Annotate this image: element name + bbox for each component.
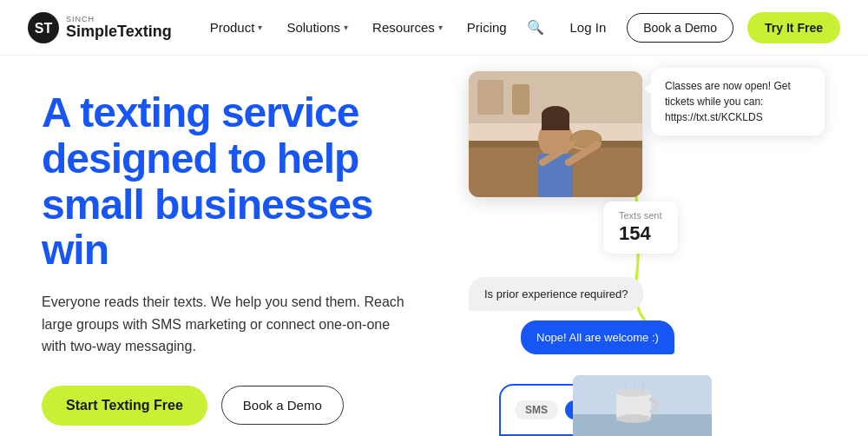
svg-rect-16: [542, 113, 569, 130]
logo-icon: ST: [28, 12, 59, 43]
svg-point-21: [616, 414, 651, 423]
texts-sent-label: Texts sent: [619, 210, 662, 221]
nav-links: Product ▾ Solutions ▾ Resources ▾ Pricin…: [200, 13, 522, 42]
book-demo-nav-button[interactable]: Book a Demo: [627, 13, 733, 43]
hero-subtitle: Everyone reads their texts. We help you …: [42, 291, 417, 358]
texts-sent-card: Texts sent 154: [603, 201, 678, 254]
chevron-down-icon: ▾: [344, 23, 348, 32]
nav-product[interactable]: Product ▾: [200, 13, 273, 42]
nav-right: 🔍 Log In Book a Demo Try It Free: [522, 12, 840, 43]
svg-text:ST: ST: [35, 21, 53, 36]
bottom-photo-card: [573, 375, 712, 436]
svg-rect-5: [512, 84, 529, 115]
navigation: ST sinch SimpleTexting Product ▾ Solutio…: [0, 0, 868, 56]
search-icon: 🔍: [527, 20, 544, 35]
texts-sent-count: 154: [619, 222, 662, 245]
hero-illustration: Classes are now open! Get tickets while …: [451, 56, 868, 436]
nav-resources[interactable]: Resources ▾: [362, 13, 453, 42]
nav-solutions[interactable]: Solutions ▾: [276, 13, 358, 42]
try-free-button[interactable]: Try It Free: [747, 12, 840, 43]
hero-left: A texting service designed to help small…: [0, 56, 451, 436]
photo-image: [469, 71, 642, 197]
bottom-photo-image: [573, 375, 712, 436]
search-button[interactable]: 🔍: [522, 14, 549, 41]
logo-name-label: SimpleTexting: [66, 23, 172, 39]
sms-tab[interactable]: SMS: [515, 400, 558, 419]
start-texting-button[interactable]: Start Texting Free: [42, 386, 207, 426]
sms-message-bubble: Classes are now open! Get tickets while …: [651, 68, 825, 135]
svg-rect-4: [477, 80, 503, 115]
book-demo-hero-button[interactable]: Book a Demo: [221, 386, 344, 425]
chevron-down-icon: ▾: [438, 23, 443, 32]
hero-cta: Start Texting Free Book a Demo: [42, 386, 417, 426]
login-button[interactable]: Log In: [563, 15, 614, 40]
hero-title: A texting service designed to help small…: [42, 90, 417, 274]
pottery-illustration: [469, 71, 642, 197]
nav-pricing[interactable]: Pricing: [457, 13, 517, 42]
photo-card: [469, 71, 642, 197]
logo[interactable]: ST sinch SimpleTexting: [28, 12, 172, 43]
chat-answer-bubble: Nope! All are welcome :): [521, 320, 674, 354]
chevron-down-icon: ▾: [258, 23, 262, 32]
mug-illustration: [573, 375, 712, 436]
chat-question-bubble: Is prior experience required?: [469, 277, 643, 311]
hero-section: A texting service designed to help small…: [0, 56, 868, 436]
